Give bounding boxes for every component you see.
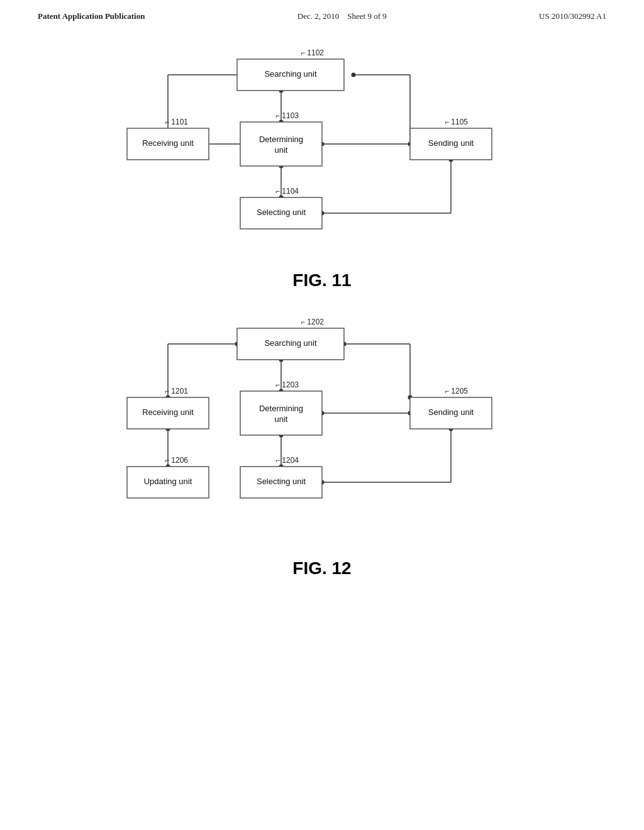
fig11-diagram: Searching unit ⌐ 1102 Receiving unit ⌐ 1…: [38, 47, 606, 260]
svg-text:⌐ 1102: ⌐ 1102: [301, 48, 324, 57]
svg-text:Selecting unit: Selecting unit: [257, 208, 306, 217]
svg-text:Updating unit: Updating unit: [144, 477, 192, 486]
svg-text:Determining: Determining: [259, 135, 303, 144]
fig12-label: FIG. 12: [292, 558, 351, 578]
svg-text:⌐ 1105: ⌐ 1105: [445, 118, 468, 126]
header-left: Patent Application Publication: [38, 11, 145, 21]
svg-text:⌐ 1201: ⌐ 1201: [165, 387, 188, 396]
header-center: Dec. 2, 2010 Sheet 9 of 9: [297, 11, 387, 21]
svg-text:Searching unit: Searching unit: [264, 338, 316, 348]
svg-text:⌐ 1206: ⌐ 1206: [165, 456, 188, 465]
svg-text:⌐ 1104: ⌐ 1104: [275, 187, 299, 196]
main-content: Searching unit ⌐ 1102 Receiving unit ⌐ 1…: [0, 28, 644, 622]
fig12-diagram: Searching unit ⌐ 1202 Receiving unit ⌐ 1…: [38, 316, 606, 548]
fig11-label: FIG. 11: [292, 270, 351, 290]
page: Patent Application Publication Dec. 2, 2…: [0, 0, 644, 830]
svg-text:Receiving unit: Receiving unit: [142, 138, 194, 148]
svg-text:⌐ 1101: ⌐ 1101: [165, 118, 188, 126]
svg-text:⌐ 1203: ⌐ 1203: [275, 380, 299, 389]
svg-text:unit: unit: [275, 145, 288, 155]
svg-text:Selecting unit: Selecting unit: [257, 477, 306, 486]
svg-text:Determining: Determining: [259, 404, 303, 413]
svg-text:Receiving unit: Receiving unit: [142, 407, 194, 417]
svg-text:unit: unit: [275, 414, 288, 424]
svg-text:Sending unit: Sending unit: [428, 138, 474, 148]
svg-text:⌐ 1204: ⌐ 1204: [275, 456, 299, 465]
svg-text:⌐ 1205: ⌐ 1205: [445, 387, 468, 396]
svg-text:⌐ 1103: ⌐ 1103: [275, 111, 299, 120]
header-right: US 2010/302992 A1: [539, 11, 606, 21]
fig11-container: Searching unit ⌐ 1102 Receiving unit ⌐ 1…: [38, 47, 606, 309]
svg-text:Sending unit: Sending unit: [428, 407, 474, 417]
svg-point-11: [352, 73, 356, 77]
fig12-container: Searching unit ⌐ 1202 Receiving unit ⌐ 1…: [38, 316, 606, 597]
svg-text:Searching unit: Searching unit: [264, 69, 316, 79]
svg-text:⌐ 1202: ⌐ 1202: [301, 318, 324, 326]
page-header: Patent Application Publication Dec. 2, 2…: [0, 0, 644, 28]
